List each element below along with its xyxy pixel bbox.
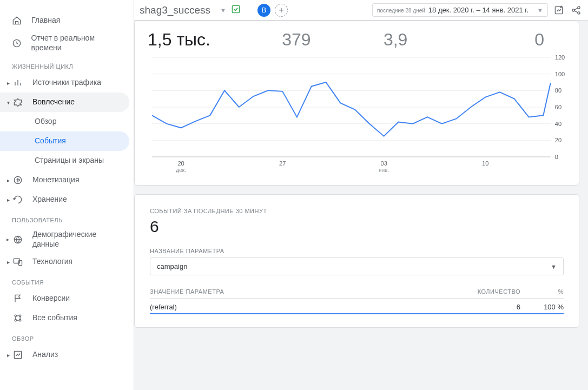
nav-label: Страницы и экраны [35,156,104,166]
svg-text:20: 20 [177,160,184,167]
svg-point-6 [19,315,21,316]
svg-text:20: 20 [555,137,561,143]
chevron-right-icon: ▸ [4,259,12,265]
events-30min-count: 6 [150,217,564,236]
home-icon [11,15,23,26]
param-selected-value: campaign [157,262,187,270]
svg-text:27: 27 [279,160,286,167]
param-name-label: НАЗВАНИЕ ПАРАМЕТРА [150,248,564,254]
add-compare-button[interactable]: + [275,4,288,17]
metric-2[interactable]: 379 [247,30,346,50]
events-30min-title: СОБЫТИЙ ЗА ПОСЛЕДНИЕ 30 МИНУТ [150,208,564,214]
traffic-icon [12,77,24,88]
nav-label: Хранение [32,195,67,204]
chevron-right-icon: ▸ [4,177,12,183]
nav-label: Конверсии [32,294,70,303]
nav-label: Технология [32,257,72,267]
chevron-right-icon: ▸ [4,236,12,242]
td-count: 6 [445,303,520,311]
section-events: СОБЫТИЯ [0,272,134,289]
metric-1[interactable]: 1,5 тыс. [148,30,247,50]
nav-engagement[interactable]: ▾ Вовлечение [0,92,129,112]
chevron-down-icon: ▼ [537,7,543,14]
metric-3[interactable]: 3,9 [346,30,445,50]
nav-engagement-pages[interactable]: Страницы и экраны [0,151,129,170]
nav-monetization[interactable]: ▸ Монетизация [0,170,129,190]
nav-label: Главная [31,16,60,25]
nav-all-events[interactable]: Все события [0,308,129,328]
nav-retention[interactable]: ▸ Хранение [0,190,129,209]
td-pct: 100 % [520,303,564,311]
svg-text:40: 40 [555,121,561,127]
table-row[interactable]: (referral)6100 % [150,299,564,314]
topbar: shag3_success ▼ В + последние 28 дней 18… [134,0,588,21]
svg-text:0: 0 [555,154,558,160]
nav-analysis[interactable]: ▸ Анализ [0,345,129,365]
nav-engagement-events[interactable]: События [0,131,129,151]
section-user: ПОЛЬЗОВАТЕЛЬ [0,209,134,227]
globe-icon [12,234,24,245]
flag-icon [12,293,24,304]
monetization-icon [12,175,24,186]
nav-home[interactable]: Главная [0,11,129,30]
metric-4[interactable]: 0 [445,30,566,50]
customize-report-icon[interactable] [552,4,565,17]
section-overview: ОБЗОР [0,328,134,345]
line-chart: 02040608010012020дек.2703янв.10 [135,54,579,179]
chevron-right-icon: ▸ [4,352,12,358]
nav-label: Анализ [32,350,58,360]
metrics-row: 1,5 тыс. 379 3,9 0 [135,21,579,54]
svg-text:60: 60 [555,104,561,110]
chevron-right-icon: ▸ [4,197,12,203]
avatar[interactable]: В [257,4,270,17]
nav-conversions[interactable]: Конверсии [0,289,129,308]
clock-icon [11,38,23,49]
svg-text:дек.: дек. [176,167,186,173]
date-range: 18 дек. 2020 г. – 14 янв. 2021 г. [428,6,528,14]
svg-text:100: 100 [555,71,565,77]
main: shag3_success ▼ В + последние 28 дней 18… [134,0,588,390]
svg-text:янв.: янв. [379,167,389,173]
svg-point-7 [15,320,16,321]
nav-traffic[interactable]: ▸ Источники трафика [0,73,129,92]
analysis-icon [12,349,24,360]
nav-technology[interactable]: ▸ Технология [0,252,129,272]
date-range-picker[interactable]: последние 28 дней 18 дек. 2020 г. – 14 я… [372,3,548,17]
nav-demographics[interactable]: ▸ Демографические данные [0,227,129,252]
nav-realtime[interactable]: Отчет в реальном времени [0,30,129,56]
nav-label: Источники трафика [32,78,101,88]
chevron-right-icon: ▸ [4,80,12,86]
param-table-head: ЗНАЧЕНИЕ ПАРАМЕТРА КОЛИЧЕСТВО % [150,288,564,299]
svg-text:120: 120 [555,54,565,61]
chevron-down-icon: ▼ [551,263,557,270]
svg-rect-10 [232,5,239,12]
section-lifecycle: ЖИЗНЕННЫЙ ЦИКЛ [0,56,134,73]
check-icon[interactable] [230,4,241,17]
td-name: (referral) [150,303,445,311]
metrics-card: 1,5 тыс. 379 3,9 0 02040608010012020дек.… [134,21,579,186]
retention-icon [12,194,24,205]
param-select[interactable]: campaign ▼ [150,257,564,275]
share-icon[interactable] [570,4,583,17]
svg-point-8 [19,320,21,321]
dropdown-triangle-icon[interactable]: ▼ [220,7,226,14]
date-prefix: последние 28 дней [377,8,425,14]
nav-engagement-overview[interactable]: Обзор [0,112,129,131]
nav-label: Все события [32,313,77,323]
event-name: shag3_success [136,4,210,16]
nav-label: Отчет в реальном времени [31,34,125,52]
sidebar: Главная Отчет в реальном времени ЖИЗНЕНН… [0,0,134,390]
th-pct: % [520,288,564,295]
svg-text:03: 03 [381,160,387,167]
chevron-down-icon: ▾ [4,100,12,105]
nav-label: Вовлечение [32,97,75,107]
th-count: КОЛИЧЕСТВО [445,288,520,295]
events-icon [12,313,24,323]
events-30min-card: СОБЫТИЙ ЗА ПОСЛЕДНИЕ 30 МИНУТ 6 НАЗВАНИЕ… [134,194,579,328]
nav-label: Обзор [35,117,56,127]
nav-label: События [35,136,66,146]
svg-text:10: 10 [482,160,488,167]
th-name: ЗНАЧЕНИЕ ПАРАМЕТРА [150,288,445,295]
devices-icon [12,256,24,267]
engagement-icon [12,97,24,108]
